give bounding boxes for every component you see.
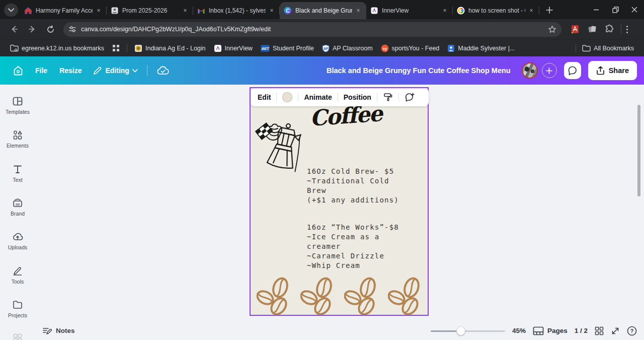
share-button[interactable]: Share xyxy=(588,61,637,80)
tab-harmony[interactable]: Harmony Family Acce × xyxy=(20,2,107,19)
comment-plus-icon xyxy=(405,92,415,102)
coffee-beans-illustration[interactable] xyxy=(344,276,380,316)
cloud-save-status-button[interactable] xyxy=(151,61,175,80)
fullscreen-button[interactable] xyxy=(611,326,620,335)
pages-button[interactable]: Pages xyxy=(533,326,568,335)
innerview-favicon-icon xyxy=(370,7,378,15)
zoom-level: 45% xyxy=(512,327,526,334)
tab-close-icon[interactable]: × xyxy=(181,7,189,15)
restore-button[interactable] xyxy=(606,0,625,19)
design-canvas-page[interactable]: Coffee xyxy=(250,87,429,316)
bookmark-innerview[interactable]: InnerView xyxy=(210,42,257,54)
coffee-beans-illustration[interactable] xyxy=(300,276,337,316)
copy-style-button[interactable] xyxy=(383,92,393,102)
bookmark-label: sportsYou - Feed xyxy=(392,45,440,52)
bookmark-student-profile[interactable]: AET Student Profile xyxy=(257,43,318,54)
close-icon xyxy=(631,7,637,13)
menu-line: creamer xyxy=(307,242,426,251)
avatar[interactable] xyxy=(522,62,538,79)
folder-icon xyxy=(582,45,591,52)
bookmark-label: AP Classroom xyxy=(333,45,373,52)
menu-item-the-works[interactable]: 16oz “The Works”-$8 ~Ice Cream as a crea… xyxy=(307,223,426,270)
reader-extension-button[interactable] xyxy=(569,23,582,36)
help-button[interactable]: ? xyxy=(627,326,637,336)
background-color-swatch[interactable] xyxy=(282,92,292,102)
menu-line: 16Oz Cold Brew- $5 xyxy=(307,167,426,176)
canva-home-button[interactable] xyxy=(7,60,29,81)
all-bookmarks-button[interactable]: All Bookmarks xyxy=(569,42,638,54)
address-bar[interactable]: canva.com/design/DAHCPg2bWzU/p0q_JAod6oT… xyxy=(63,22,561,37)
bookmark-label: Student Profile xyxy=(273,45,314,52)
tab-close-icon[interactable]: × xyxy=(441,7,449,15)
svg-text:?: ? xyxy=(630,328,633,334)
templates-icon xyxy=(12,96,23,107)
zoom-slider[interactable] xyxy=(431,326,505,335)
add-member-button[interactable] xyxy=(542,63,557,78)
coffee-beans-illustration[interactable] xyxy=(257,276,293,316)
tab-close-icon[interactable]: × xyxy=(268,7,276,15)
document-title[interactable]: Black and Beige Grungy Fun Cute Coffee S… xyxy=(327,66,511,75)
editing-mode-button[interactable]: Editing xyxy=(88,62,142,80)
zoom-slider-knob[interactable] xyxy=(456,326,465,335)
bookmark-indiana-ag-ed[interactable]: Indiana Ag Ed - Login xyxy=(130,42,210,54)
sidebar-item-text[interactable]: Text xyxy=(0,164,35,183)
innerview-favicon-icon xyxy=(214,44,222,52)
tab-search-button[interactable] xyxy=(4,4,18,17)
tab-close-icon[interactable]: × xyxy=(95,7,103,15)
house-favicon-icon xyxy=(24,7,32,15)
browser-menu-button[interactable] xyxy=(624,24,630,35)
tab-google-search[interactable]: how to screen shot - G × xyxy=(453,2,539,19)
tab-title: Harmony Family Acce xyxy=(36,7,93,14)
reload-button[interactable] xyxy=(43,22,58,37)
forward-button[interactable] xyxy=(25,22,40,37)
tabs: Harmony Family Acce × Prom 2025-2026 × I… xyxy=(20,0,539,19)
apps-shortcut-button[interactable] xyxy=(108,42,124,54)
sidebar-item-apps-partial[interactable] xyxy=(0,332,35,340)
close-button[interactable] xyxy=(625,0,644,19)
editor-sidebar: Templates Elements Text co Brand Uploads… xyxy=(0,85,35,340)
bookmark-maddie-sylvester[interactable]: Maddie Sylvester |... xyxy=(443,42,519,54)
google-favicon-icon xyxy=(457,7,465,15)
back-button[interactable] xyxy=(7,22,22,37)
home-icon xyxy=(12,64,24,77)
bookmark-ap-classroom[interactable]: AP AP Classroom xyxy=(318,42,377,54)
add-comment-button[interactable] xyxy=(405,92,415,102)
coffee-beans-illustration[interactable] xyxy=(388,276,424,316)
sidebar-item-brand[interactable]: co Brand xyxy=(0,197,35,217)
tab-prom[interactable]: Prom 2025-2026 × xyxy=(107,2,193,19)
collage-extension-button[interactable] xyxy=(586,23,599,36)
comments-button[interactable] xyxy=(564,62,581,79)
new-tab-button[interactable] xyxy=(542,3,556,17)
chevron-down-icon xyxy=(8,8,14,12)
bookmarks-folder[interactable]: egreene.k12.in.us bookmarks xyxy=(6,42,108,54)
sidebar-item-uploads[interactable]: Uploads xyxy=(0,231,35,250)
position-button[interactable]: Position xyxy=(344,93,371,101)
tab-gmail[interactable]: Inbox (1,542) - sylvest × xyxy=(193,2,280,19)
extensions-button[interactable] xyxy=(603,23,616,36)
workspace-scrollbar[interactable] xyxy=(637,105,640,196)
bookmark-sportsyou[interactable]: sy sportsYou - Feed xyxy=(377,42,444,54)
comment-bubble-icon xyxy=(568,65,578,76)
sidebar-item-templates[interactable]: Templates xyxy=(0,96,35,115)
browser-toolbar: canva.com/design/DAHCPg2bWzU/p0q_JAod6oT… xyxy=(0,19,644,39)
file-menu-button[interactable]: File xyxy=(29,62,53,79)
tab-innerview[interactable]: InnerView × xyxy=(366,2,453,19)
sidebar-item-elements[interactable]: Elements xyxy=(0,129,35,149)
bookmark-star-icon[interactable] xyxy=(548,25,556,34)
tab-canva-active[interactable]: C Black and Beige Grung × xyxy=(280,2,366,19)
grid-view-button[interactable] xyxy=(595,326,604,335)
header-divider xyxy=(147,65,147,76)
edit-button[interactable]: Edit xyxy=(258,93,271,101)
resize-menu-button[interactable]: Resize xyxy=(53,62,88,79)
tab-close-icon[interactable]: × xyxy=(354,7,362,15)
moka-pot-illustration[interactable] xyxy=(254,119,315,179)
minimize-button[interactable] xyxy=(587,0,606,19)
menu-item-cold-brew[interactable]: 16Oz Cold Brew- $5 ~Traditional Cold Bre… xyxy=(307,167,426,205)
sidebar-item-projects[interactable]: Projects xyxy=(0,299,35,318)
notes-button[interactable]: Notes xyxy=(42,326,75,335)
tab-close-icon[interactable]: × xyxy=(527,7,535,15)
pages-label: Pages xyxy=(547,327,568,334)
animate-button[interactable]: Animate xyxy=(304,93,332,101)
bookmarks-divider xyxy=(127,44,127,52)
sidebar-item-tools[interactable]: Tools xyxy=(0,265,35,285)
